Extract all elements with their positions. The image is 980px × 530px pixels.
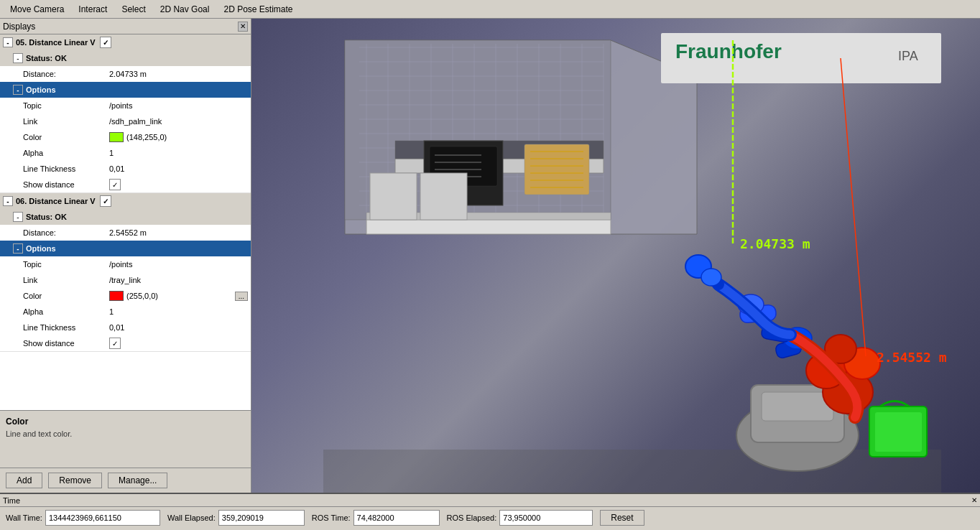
section-05-header[interactable]: - 05. Distance Linear V	[0, 34, 251, 50]
section-06-field-color[interactable]: Color (255,0,0) ...	[0, 288, 251, 304]
wall-elapsed-input[interactable]	[218, 510, 305, 526]
show-distance-05-checkbox[interactable]	[109, 179, 121, 190]
options-06-expand[interactable]: -	[13, 243, 23, 254]
svg-text:2.54552  m: 2.54552 m	[877, 350, 947, 365]
section-06-status: - Status: OK	[0, 209, 251, 225]
section-05-field-link: Link /sdh_palm_link	[0, 113, 251, 129]
menu-select[interactable]: Select	[114, 2, 152, 17]
info-description: Line and text color.	[6, 429, 245, 438]
svg-marker-44	[366, 220, 611, 234]
wall-elapsed-label: Wall Elapsed:	[167, 513, 216, 522]
reset-button[interactable]: Reset	[600, 510, 644, 526]
section-06-checkbox[interactable]	[100, 195, 111, 207]
section-05-checkbox[interactable]	[100, 37, 111, 48]
menu-2d-nav-goal[interactable]: 2D Nav Goal	[153, 2, 217, 17]
section-05-distance: Distance: 2.04733 m	[0, 66, 251, 82]
status-05-expand[interactable]: -	[13, 53, 23, 63]
color-more-button[interactable]: ...	[235, 292, 248, 301]
section-05-label: 05. Distance Linear V	[16, 38, 96, 47]
svg-rect-47	[420, 173, 467, 220]
section-06-field-topic: Topic /points	[0, 256, 251, 272]
svg-marker-48	[323, 450, 941, 493]
time-section-close[interactable]: ✕	[971, 496, 977, 504]
ros-elapsed-input[interactable]	[499, 510, 593, 526]
section-06-field-linethickness: Line Thickness 0,01	[0, 320, 251, 335]
time-section-title: Time	[3, 496, 20, 505]
info-title: Color	[6, 417, 245, 427]
svg-text:2.04733  m: 2.04733 m	[740, 236, 810, 251]
info-panel: Color Line and text color.	[0, 410, 251, 468]
section-05-field-color[interactable]: Color (148,255,0)	[0, 129, 251, 145]
section-06-expand[interactable]: -	[3, 196, 13, 206]
menu-bar: Move Camera Interact Select 2D Nav Goal …	[0, 0, 980, 19]
section-06-field-showdistance: Show distance	[0, 335, 251, 351]
wall-time-label: Wall Time:	[6, 513, 42, 522]
svg-text:Fraunhofer: Fraunhofer	[675, 40, 782, 62]
time-section: Time ✕ Wall Time: Wall Elapsed: ROS Time…	[0, 493, 980, 530]
section-06: - 06. Distance Linear V - Status: OK Dis…	[0, 193, 251, 352]
add-button[interactable]: Add	[6, 473, 42, 488]
svg-rect-53	[875, 412, 922, 452]
wall-time-group: Wall Time:	[6, 510, 160, 526]
menu-interact[interactable]: Interact	[71, 2, 114, 17]
manage-button[interactable]: Manage...	[108, 473, 167, 488]
ros-time-input[interactable]	[353, 510, 440, 526]
section-06-options[interactable]: - Options	[0, 241, 251, 256]
time-content: Wall Time: Wall Elapsed: ROS Time: ROS E…	[0, 507, 980, 529]
section-05-options[interactable]: - Options	[0, 82, 251, 98]
section-05-field-linethickness: Line Thickness 0,01	[0, 161, 251, 177]
options-05-expand[interactable]: -	[13, 85, 23, 95]
section-05-field-showdistance: Show distance	[0, 177, 251, 192]
displays-close-button[interactable]: ✕	[238, 22, 248, 32]
displays-tree: - 05. Distance Linear V - Status: OK Dis…	[0, 34, 251, 410]
left-panel: Displays ✕ - 05. Distance Linear V - Sta…	[0, 19, 251, 493]
section-05-expand[interactable]: -	[3, 37, 13, 47]
displays-title: Displays	[3, 22, 35, 32]
svg-rect-46	[370, 173, 417, 220]
section-06-distance-val: 2.54552 m	[109, 228, 248, 237]
remove-button[interactable]: Remove	[48, 473, 102, 488]
section-05-distance-val: 2.04733 m	[109, 70, 248, 78]
displays-header: Displays ✕	[0, 19, 251, 34]
wall-time-input[interactable]	[45, 510, 160, 526]
ros-time-group: ROS Time:	[312, 510, 440, 526]
section-06-label: 06. Distance Linear V	[16, 197, 96, 205]
ros-elapsed-label: ROS Elapsed:	[447, 513, 497, 522]
section-06-distance-key: Distance:	[23, 228, 109, 237]
ros-elapsed-group: ROS Elapsed:	[447, 510, 593, 526]
section-05: - 05. Distance Linear V - Status: OK Dis…	[0, 34, 251, 193]
wall-elapsed-group: Wall Elapsed:	[167, 510, 305, 526]
color-swatch-05[interactable]	[109, 132, 124, 142]
menu-2d-pose-estimate[interactable]: 2D Pose Estimate	[216, 2, 300, 17]
svg-text:IPA: IPA	[898, 49, 918, 63]
section-06-field-alpha: Alpha 1	[0, 304, 251, 320]
section-05-status: - Status: OK	[0, 50, 251, 66]
time-title-bar: Time ✕	[0, 494, 980, 507]
color-swatch-06[interactable]	[109, 291, 124, 301]
section-05-distance-key: Distance:	[23, 70, 109, 78]
scene-svg: Fraunhofer IPA	[251, 19, 980, 493]
viewport[interactable]: Fraunhofer IPA	[251, 19, 980, 493]
show-distance-06-checkbox[interactable]	[109, 338, 121, 349]
status-06-expand[interactable]: -	[13, 212, 23, 222]
menu-move-camera[interactable]: Move Camera	[3, 2, 71, 17]
section-06-distance: Distance: 2.54552 m	[0, 225, 251, 241]
ros-time-label: ROS Time:	[312, 513, 351, 522]
svg-point-64	[701, 269, 721, 286]
section-05-field-topic: Topic /points	[0, 98, 251, 113]
section-05-field-alpha: Alpha 1	[0, 145, 251, 161]
section-06-field-link: Link /tray_link	[0, 272, 251, 288]
section-06-header[interactable]: - 06. Distance Linear V	[0, 193, 251, 209]
svg-line-66	[841, 58, 866, 356]
bottom-buttons: Add Remove Manage...	[0, 468, 251, 493]
